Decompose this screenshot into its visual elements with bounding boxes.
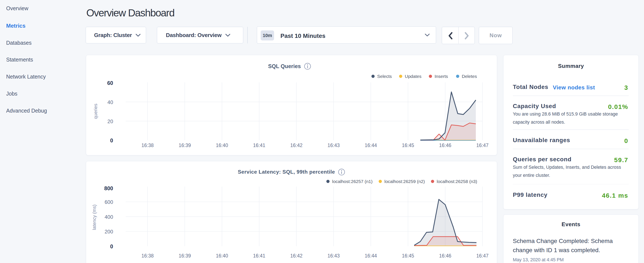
svg-text:16:46: 16:46 bbox=[439, 143, 451, 148]
svg-text:16:43: 16:43 bbox=[328, 253, 340, 258]
svg-text:0: 0 bbox=[110, 137, 113, 143]
svg-text:16:45: 16:45 bbox=[402, 143, 414, 148]
svg-text:16:44: 16:44 bbox=[365, 253, 377, 258]
svg-text:0: 0 bbox=[110, 243, 113, 249]
svg-text:16:45: 16:45 bbox=[402, 253, 414, 258]
svg-text:16:41: 16:41 bbox=[253, 143, 265, 148]
svg-text:16:38: 16:38 bbox=[142, 143, 154, 148]
svg-text:400: 400 bbox=[104, 214, 113, 220]
svg-text:800: 800 bbox=[104, 185, 113, 191]
svg-text:600: 600 bbox=[104, 199, 113, 205]
svg-text:16:44: 16:44 bbox=[365, 143, 377, 148]
svg-text:16:38: 16:38 bbox=[142, 253, 154, 258]
svg-text:16:46: 16:46 bbox=[439, 253, 451, 258]
svg-text:16:40: 16:40 bbox=[216, 143, 228, 148]
svg-text:16:41: 16:41 bbox=[253, 253, 265, 258]
svg-text:queries: queries bbox=[93, 104, 98, 119]
svg-text:16:47: 16:47 bbox=[476, 253, 488, 258]
svg-text:16:47: 16:47 bbox=[476, 143, 488, 148]
svg-text:16:42: 16:42 bbox=[290, 143, 302, 148]
svg-text:40: 40 bbox=[107, 99, 113, 105]
svg-text:16:39: 16:39 bbox=[178, 253, 191, 258]
svg-text:16:40: 16:40 bbox=[216, 253, 228, 258]
svg-text:16:39: 16:39 bbox=[178, 143, 191, 148]
svg-text:20: 20 bbox=[107, 119, 113, 124]
svg-text:16:43: 16:43 bbox=[328, 143, 340, 148]
svg-text:latency (ms): latency (ms) bbox=[92, 204, 97, 230]
svg-text:60: 60 bbox=[107, 80, 113, 86]
svg-text:200: 200 bbox=[104, 229, 113, 234]
svg-text:16:42: 16:42 bbox=[290, 253, 302, 258]
